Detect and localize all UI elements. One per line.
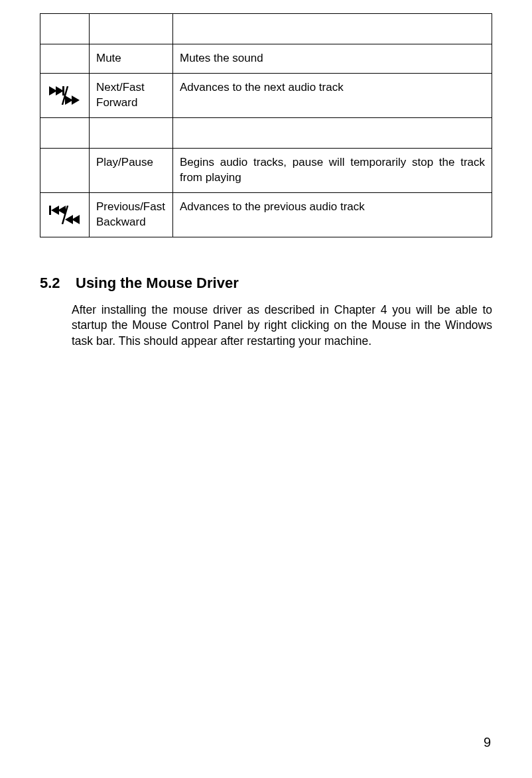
table-row: Play/Pause Begins audio tracks, pause wi… bbox=[40, 148, 492, 192]
icon-cell bbox=[40, 117, 90, 148]
section-heading: 5.2 Using the Mouse Driver bbox=[72, 275, 492, 292]
name-cell: Previous/Fast Backward bbox=[90, 192, 173, 237]
name-cell: Mute bbox=[90, 44, 173, 74]
icon-cell bbox=[40, 148, 90, 192]
table-row bbox=[40, 14, 492, 44]
desc-cell: Advances to the previous audio track bbox=[173, 192, 492, 237]
table-row: Previous/Fast Backward Advances to the p… bbox=[40, 192, 492, 237]
svg-rect-6 bbox=[49, 206, 51, 215]
desc-cell: Mutes the sound bbox=[173, 44, 492, 74]
name-cell: Next/Fast Forward bbox=[90, 73, 173, 117]
icon-cell bbox=[40, 44, 90, 74]
desc-cell: Advances to the next audio track bbox=[173, 73, 492, 117]
desc-cell: Begins audio tracks, pause will temporar… bbox=[173, 148, 492, 192]
desc-cell bbox=[173, 117, 492, 148]
next-fastforward-icon bbox=[40, 73, 90, 117]
name-cell bbox=[90, 14, 173, 44]
table-row bbox=[40, 117, 492, 148]
previous-fastbackward-icon bbox=[40, 192, 90, 237]
page-number: 9 bbox=[484, 735, 491, 750]
section-number: 5.2 bbox=[40, 275, 66, 292]
name-cell bbox=[90, 117, 173, 148]
table-row: Next/Fast Forward Advances to the next a… bbox=[40, 73, 492, 117]
svg-marker-5 bbox=[72, 96, 80, 105]
section-title: Using the Mouse Driver bbox=[76, 275, 239, 292]
icon-cell bbox=[40, 14, 90, 44]
desc-cell bbox=[173, 14, 492, 44]
table-row: Mute Mutes the sound bbox=[40, 44, 492, 74]
section-body: After installing the mouse driver as des… bbox=[72, 302, 492, 350]
name-cell: Play/Pause bbox=[90, 148, 173, 192]
media-controls-table: Mute Mutes the sound Next/ bbox=[40, 13, 492, 237]
svg-rect-2 bbox=[62, 86, 64, 96]
